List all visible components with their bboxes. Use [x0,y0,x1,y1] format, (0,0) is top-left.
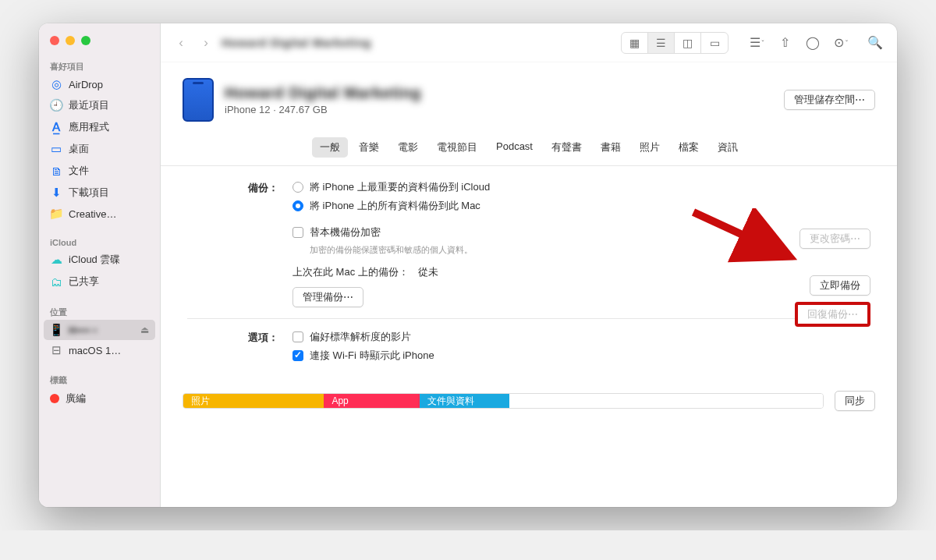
desktop-icon: ▭ [50,143,62,155]
main-pane: ‹ › Howard Digital Marketing ▦ ☰ ◫ ▭ ☰ ˇ… [161,23,897,507]
wifi-sync-checkbox[interactable]: 連接 Wi-Fi 時顯示此 iPhone [292,349,870,363]
finder-window: 喜好項目 ◎AirDrop 🕘最近項目 A̲應用程式 ▭桌面 🗎文件 ⬇下載項目… [39,23,897,507]
tab-audiobooks[interactable]: 有聲書 [544,137,590,158]
restore-backup-button[interactable]: 回復備份⋯ [798,305,867,324]
backup-now-button[interactable]: 立即備份 [810,275,870,296]
apps-icon: A̲ [50,121,62,133]
prefer-sd-checkbox[interactable]: 偏好標準解析度的影片 [292,330,870,344]
device-header: Howard Digital Marketing iPhone 12 · 247… [161,62,897,133]
share-button[interactable]: ⇧ [774,33,796,53]
tab-tv[interactable]: 電視節目 [429,137,485,158]
tab-music[interactable]: 音樂 [351,137,387,158]
tag-red-icon [50,394,59,403]
actions-button[interactable]: ⊙ ˇ [830,33,852,53]
options-section-label: 選項： [187,330,292,367]
view-icons-button[interactable]: ▦ [622,33,648,53]
tab-info[interactable]: 資訊 [710,137,746,158]
backup-section-label: 備份： [187,180,292,307]
storage-seg-free [509,394,823,408]
storage-bar-row: 照片 App 文件與資料 同步 [161,391,897,425]
encrypt-backup-checkbox[interactable]: 替本機備份加密 [292,225,870,239]
checkbox-icon [292,227,303,238]
device-tabs: 一般 音樂 電影 電視節目 Podcast 有聲書 書籍 照片 檔案 資訊 [161,133,897,166]
document-icon: 🗎 [50,165,62,177]
eject-icon[interactable]: ⏏ [140,324,149,335]
backup-mac-option[interactable]: 將 iPhone 上的所有資料備份到此 Mac [292,199,870,213]
phone-icon: 📱 [50,324,62,336]
sidebar-item-desktop[interactable]: ▭桌面 [39,138,160,160]
sidebar-item-applications[interactable]: A̲應用程式 [39,116,160,138]
tab-general[interactable]: 一般 [312,137,348,158]
toolbar: ‹ › Howard Digital Marketing ▦ ☰ ◫ ▭ ☰ ˇ… [161,23,897,62]
close-icon[interactable] [50,36,59,45]
sidebar-item-icloud-drive[interactable]: ☁iCloud 雲碟 [39,249,160,271]
divider [187,318,870,319]
storage-bar: 照片 App 文件與資料 [183,393,824,409]
tab-podcast[interactable]: Podcast [488,137,541,158]
sidebar-favorites-header: 喜好項目 [39,55,160,74]
content-area: 備份： 將 iPhone 上最重要的資料備份到 iCloud 將 iPhone … [161,166,897,375]
sidebar-item-downloads[interactable]: ⬇下載項目 [39,182,160,204]
clock-icon: 🕘 [50,99,62,112]
tab-books[interactable]: 書籍 [593,137,629,158]
nav-back-button[interactable]: ‹ [172,32,190,54]
device-name: Howard Digital Marketing [225,84,421,102]
sidebar-item-macos[interactable]: ⊟macOS 1… [39,340,160,360]
disk-icon: ⊟ [50,344,62,356]
downloads-icon: ⬇ [50,186,62,199]
window-title: Howard Digital Marketing [222,36,371,49]
manage-storage-button[interactable]: 管理儲存空間⋯ [784,90,875,110]
sidebar: 喜好項目 ◎AirDrop 🕘最近項目 A̲應用程式 ▭桌面 🗎文件 ⬇下載項目… [39,23,161,507]
sidebar-icloud-header: iCloud [39,232,160,249]
manage-backups-button[interactable]: 管理備份⋯ [292,287,363,307]
sidebar-tag-item[interactable]: 廣編 [39,388,160,409]
storage-seg-app: App [324,394,420,408]
sidebar-locations-header: 位置 [39,300,160,320]
cloud-icon: ☁ [50,253,62,266]
storage-seg-photos: 照片 [183,394,324,408]
traffic-lights [39,23,160,55]
checkbox-icon [292,331,303,342]
tags-button[interactable]: ◯ [802,33,824,53]
tab-movies[interactable]: 電影 [390,137,426,158]
maximize-icon[interactable] [81,36,90,45]
radio-checked-icon [292,200,303,211]
backup-icloud-option[interactable]: 將 iPhone 上最重要的資料備份到 iCloud [292,180,870,194]
device-phone-icon [183,78,214,122]
device-subtitle: iPhone 12 · 247.67 GB [225,104,421,115]
sidebar-item-recents[interactable]: 🕘最近項目 [39,94,160,116]
airdrop-icon: ◎ [50,78,62,90]
view-gallery-button[interactable]: ▭ [701,33,728,53]
storage-seg-docs: 文件與資料 [420,394,509,408]
sidebar-tags-header: 標籤 [39,368,160,388]
sync-button[interactable]: 同步 [835,391,875,411]
sidebar-item-documents[interactable]: 🗎文件 [39,160,160,182]
shared-folder-icon: 🗂 [50,275,62,288]
view-mode-group: ▦ ☰ ◫ ▭ [621,32,729,54]
group-by-button[interactable]: ☰ ˇ [746,33,768,53]
sidebar-item-iphone[interactable]: 📱H▪▪▪▪ ▪⏏ [44,320,155,340]
change-password-button: 更改密碼⋯ [800,229,870,249]
view-columns-button[interactable]: ◫ [675,33,701,53]
radio-icon [292,182,303,193]
restore-backup-highlight: 回復備份⋯ [795,302,870,327]
tab-photos[interactable]: 照片 [632,137,668,158]
nav-forward-button[interactable]: › [197,32,215,54]
sidebar-item-shared[interactable]: 🗂已共享 [39,271,160,292]
tab-files[interactable]: 檔案 [671,137,707,158]
folder-icon: 📁 [50,207,62,220]
sidebar-item-airdrop[interactable]: ◎AirDrop [39,74,160,94]
search-button[interactable]: 🔍 [864,33,886,53]
minimize-icon[interactable] [66,36,75,45]
sidebar-item-creative[interactable]: 📁Creative… [39,204,160,224]
last-backup-row: 上次在此 Mac 上的備份：從未 [292,265,870,279]
checkbox-checked-icon [292,350,303,361]
view-list-button[interactable]: ☰ [648,33,675,53]
encrypt-hint: 加密的備份能保護密碼和敏感的個人資料。 [310,244,870,256]
